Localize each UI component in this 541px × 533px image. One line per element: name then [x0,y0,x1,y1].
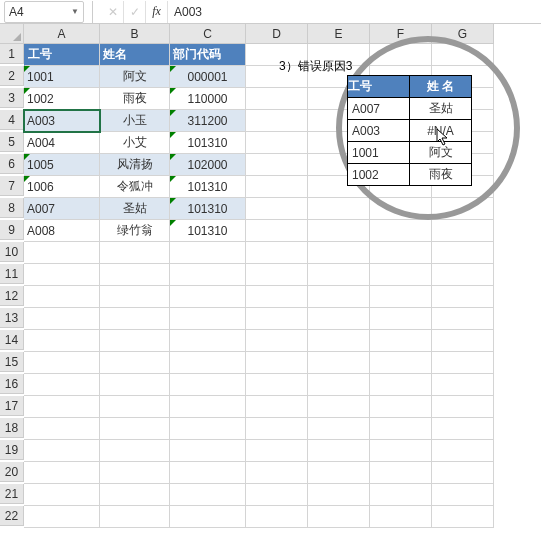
name-box[interactable]: A4 ▼ [4,1,84,23]
cell[interactable]: 102000 [170,154,246,176]
select-all-corner[interactable] [0,24,24,44]
cell[interactable]: 小艾 [100,132,170,154]
cell[interactable] [170,286,246,308]
column-header[interactable]: C [170,24,246,44]
cell[interactable] [24,462,100,484]
cell[interactable] [370,506,432,528]
cell[interactable]: 阿文 [100,66,170,88]
cell[interactable] [170,308,246,330]
cell[interactable] [370,440,432,462]
cell[interactable] [308,374,370,396]
cell[interactable] [24,440,100,462]
cell[interactable]: A003 [24,110,100,132]
row-header[interactable]: 17 [0,396,24,416]
cell[interactable] [246,418,308,440]
cell[interactable] [246,396,308,418]
cell[interactable]: 圣姑 [100,198,170,220]
cell[interactable] [246,330,308,352]
row-header[interactable]: 1 [0,44,24,64]
row-header[interactable]: 19 [0,440,24,460]
cell[interactable] [100,374,170,396]
row-header[interactable]: 2 [0,66,24,86]
row-header[interactable]: 7 [0,176,24,196]
cell[interactable] [246,462,308,484]
cell[interactable] [308,198,370,220]
cell[interactable]: 101310 [170,220,246,242]
cell[interactable] [246,484,308,506]
cell[interactable] [370,418,432,440]
cell[interactable] [24,396,100,418]
cell[interactable] [24,286,100,308]
cell[interactable]: 000001 [170,66,246,88]
cell[interactable]: 小玉 [100,110,170,132]
cell[interactable]: 绿竹翁 [100,220,170,242]
cell[interactable] [432,506,494,528]
column-header[interactable]: D [246,24,308,44]
cell[interactable]: 雨夜 [100,88,170,110]
cell[interactable] [308,396,370,418]
cell[interactable] [370,308,432,330]
row-header[interactable]: 6 [0,154,24,174]
cell[interactable] [432,462,494,484]
cell[interactable] [432,220,494,242]
cell[interactable] [432,484,494,506]
cell[interactable] [246,374,308,396]
cell[interactable] [432,308,494,330]
cell[interactable] [308,506,370,528]
cell[interactable] [308,418,370,440]
cell[interactable] [246,440,308,462]
cell[interactable] [370,462,432,484]
cell[interactable] [100,242,170,264]
row-header[interactable]: 11 [0,264,24,284]
cell[interactable] [24,330,100,352]
cell[interactable] [246,264,308,286]
cell[interactable] [370,264,432,286]
row-header[interactable]: 22 [0,506,24,526]
fx-button[interactable]: fx [146,1,168,23]
cell[interactable] [100,506,170,528]
cell[interactable]: 1005 [24,154,100,176]
column-header[interactable]: B [100,24,170,44]
cell[interactable] [24,308,100,330]
row-header[interactable]: 13 [0,308,24,328]
cell[interactable] [370,484,432,506]
cell[interactable] [308,286,370,308]
cell[interactable] [432,352,494,374]
cell[interactable] [246,154,308,176]
row-header[interactable]: 16 [0,374,24,394]
cell[interactable]: 101310 [170,176,246,198]
cell[interactable] [170,374,246,396]
cell[interactable] [100,286,170,308]
cell[interactable] [170,440,246,462]
cell[interactable] [432,330,494,352]
cell[interactable] [100,484,170,506]
row-header[interactable]: 12 [0,286,24,306]
cell[interactable] [370,242,432,264]
cell[interactable] [432,198,494,220]
cell[interactable]: 101310 [170,132,246,154]
cell[interactable] [308,220,370,242]
cell[interactable]: 姓名 [100,44,170,66]
row-header[interactable]: 8 [0,198,24,218]
row-header[interactable]: 20 [0,462,24,482]
cell[interactable] [24,374,100,396]
column-header[interactable]: E [308,24,370,44]
cell[interactable] [100,440,170,462]
cell[interactable] [246,308,308,330]
cell[interactable] [246,506,308,528]
cell[interactable]: 工号 [24,44,100,66]
cell[interactable] [24,418,100,440]
cell[interactable] [24,506,100,528]
cell[interactable] [170,264,246,286]
cell[interactable] [370,352,432,374]
cell[interactable] [100,396,170,418]
row-header[interactable]: 15 [0,352,24,372]
cell[interactable] [100,352,170,374]
cell[interactable] [24,264,100,286]
cancel-icon[interactable]: ✕ [102,1,124,23]
cell[interactable] [100,308,170,330]
cell[interactable] [170,418,246,440]
cell[interactable] [370,374,432,396]
cell[interactable] [432,264,494,286]
cell[interactable] [432,286,494,308]
